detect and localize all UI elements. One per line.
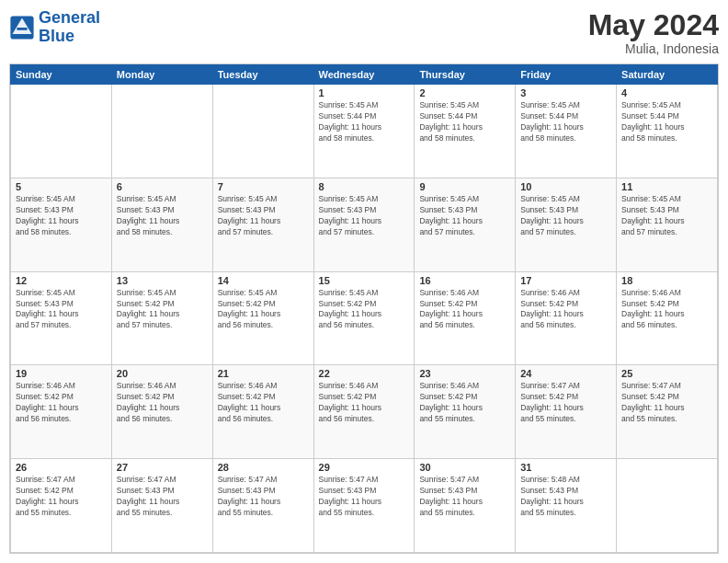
day-info: Sunrise: 5:45 AM Sunset: 5:44 PM Dayligh… bbox=[419, 100, 510, 144]
main-title: May 2024 bbox=[588, 9, 719, 41]
day-number: 27 bbox=[117, 462, 208, 473]
calendar: SundayMondayTuesdayWednesdayThursdayFrid… bbox=[9, 63, 719, 554]
page: General Blue May 2024 Mulia, Indonesia S… bbox=[0, 0, 728, 563]
calendar-week-row: 1Sunrise: 5:45 AM Sunset: 5:44 PM Daylig… bbox=[11, 85, 718, 178]
day-number: 18 bbox=[621, 275, 712, 286]
calendar-cell: 22Sunrise: 5:46 AM Sunset: 5:42 PM Dayli… bbox=[313, 365, 415, 459]
day-info: Sunrise: 5:46 AM Sunset: 5:42 PM Dayligh… bbox=[419, 381, 510, 425]
day-info: Sunrise: 5:46 AM Sunset: 5:42 PM Dayligh… bbox=[218, 381, 309, 425]
calendar-cell: 5Sunrise: 5:45 AM Sunset: 5:43 PM Daylig… bbox=[11, 178, 112, 271]
weekday-header: Wednesday bbox=[313, 65, 415, 85]
day-info: Sunrise: 5:47 AM Sunset: 5:42 PM Dayligh… bbox=[520, 381, 611, 425]
day-number: 20 bbox=[117, 368, 208, 379]
calendar-cell: 20Sunrise: 5:46 AM Sunset: 5:42 PM Dayli… bbox=[111, 365, 212, 459]
day-number: 4 bbox=[621, 87, 712, 98]
day-info: Sunrise: 5:46 AM Sunset: 5:42 PM Dayligh… bbox=[319, 381, 410, 425]
weekday-header: Thursday bbox=[415, 65, 516, 85]
day-number: 7 bbox=[218, 181, 309, 192]
day-info: Sunrise: 5:45 AM Sunset: 5:42 PM Dayligh… bbox=[319, 288, 410, 332]
day-info: Sunrise: 5:47 AM Sunset: 5:43 PM Dayligh… bbox=[117, 475, 208, 519]
weekday-header: Sunday bbox=[11, 65, 112, 85]
weekday-header: Tuesday bbox=[212, 65, 313, 85]
day-number: 15 bbox=[319, 275, 410, 286]
logo-general: General bbox=[39, 8, 100, 27]
day-number: 6 bbox=[117, 181, 208, 192]
calendar-cell: 2Sunrise: 5:45 AM Sunset: 5:44 PM Daylig… bbox=[415, 85, 516, 178]
calendar-cell: 18Sunrise: 5:46 AM Sunset: 5:42 PM Dayli… bbox=[617, 271, 718, 365]
calendar-week-row: 12Sunrise: 5:45 AM Sunset: 5:43 PM Dayli… bbox=[11, 271, 718, 365]
day-info: Sunrise: 5:47 AM Sunset: 5:43 PM Dayligh… bbox=[319, 475, 410, 519]
calendar-cell: 30Sunrise: 5:47 AM Sunset: 5:43 PM Dayli… bbox=[415, 459, 516, 553]
day-info: Sunrise: 5:45 AM Sunset: 5:43 PM Dayligh… bbox=[117, 194, 208, 238]
day-info: Sunrise: 5:46 AM Sunset: 5:42 PM Dayligh… bbox=[419, 288, 510, 332]
calendar-cell bbox=[111, 85, 212, 178]
calendar-cell: 12Sunrise: 5:45 AM Sunset: 5:43 PM Dayli… bbox=[11, 271, 112, 365]
calendar-cell: 26Sunrise: 5:47 AM Sunset: 5:42 PM Dayli… bbox=[11, 459, 112, 553]
day-number: 2 bbox=[419, 87, 510, 98]
logo: General Blue bbox=[9, 9, 100, 46]
calendar-header: SundayMondayTuesdayWednesdayThursdayFrid… bbox=[11, 65, 718, 85]
day-info: Sunrise: 5:45 AM Sunset: 5:44 PM Dayligh… bbox=[520, 100, 611, 144]
calendar-cell: 14Sunrise: 5:45 AM Sunset: 5:42 PM Dayli… bbox=[212, 271, 313, 365]
day-info: Sunrise: 5:45 AM Sunset: 5:44 PM Dayligh… bbox=[319, 100, 410, 144]
day-number: 11 bbox=[621, 181, 712, 192]
calendar-cell: 28Sunrise: 5:47 AM Sunset: 5:43 PM Dayli… bbox=[212, 459, 313, 553]
day-info: Sunrise: 5:45 AM Sunset: 5:43 PM Dayligh… bbox=[16, 288, 107, 332]
day-number: 13 bbox=[117, 275, 208, 286]
day-info: Sunrise: 5:47 AM Sunset: 5:43 PM Dayligh… bbox=[419, 475, 510, 519]
weekday-row: SundayMondayTuesdayWednesdayThursdayFrid… bbox=[11, 65, 718, 85]
calendar-cell: 1Sunrise: 5:45 AM Sunset: 5:44 PM Daylig… bbox=[313, 85, 415, 178]
day-number: 3 bbox=[520, 87, 611, 98]
day-number: 29 bbox=[319, 462, 410, 473]
calendar-cell: 16Sunrise: 5:46 AM Sunset: 5:42 PM Dayli… bbox=[415, 271, 516, 365]
calendar-cell: 10Sunrise: 5:45 AM Sunset: 5:43 PM Dayli… bbox=[516, 178, 617, 271]
day-info: Sunrise: 5:45 AM Sunset: 5:43 PM Dayligh… bbox=[520, 194, 611, 238]
day-info: Sunrise: 5:45 AM Sunset: 5:44 PM Dayligh… bbox=[621, 100, 712, 144]
day-info: Sunrise: 5:46 AM Sunset: 5:42 PM Dayligh… bbox=[16, 381, 107, 425]
calendar-week-row: 5Sunrise: 5:45 AM Sunset: 5:43 PM Daylig… bbox=[11, 178, 718, 271]
calendar-cell: 11Sunrise: 5:45 AM Sunset: 5:43 PM Dayli… bbox=[617, 178, 718, 271]
calendar-cell: 23Sunrise: 5:46 AM Sunset: 5:42 PM Dayli… bbox=[415, 365, 516, 459]
day-number: 24 bbox=[520, 368, 611, 379]
title-block: May 2024 Mulia, Indonesia bbox=[588, 9, 719, 56]
calendar-cell: 4Sunrise: 5:45 AM Sunset: 5:44 PM Daylig… bbox=[617, 85, 718, 178]
day-info: Sunrise: 5:45 AM Sunset: 5:43 PM Dayligh… bbox=[419, 194, 510, 238]
calendar-cell: 29Sunrise: 5:47 AM Sunset: 5:43 PM Dayli… bbox=[313, 459, 415, 553]
logo-icon bbox=[9, 15, 35, 40]
day-number: 17 bbox=[520, 275, 611, 286]
day-info: Sunrise: 5:47 AM Sunset: 5:42 PM Dayligh… bbox=[16, 475, 107, 519]
day-number: 1 bbox=[319, 87, 410, 98]
calendar-cell bbox=[212, 85, 313, 178]
day-info: Sunrise: 5:45 AM Sunset: 5:42 PM Dayligh… bbox=[218, 288, 309, 332]
day-info: Sunrise: 5:46 AM Sunset: 5:42 PM Dayligh… bbox=[117, 381, 208, 425]
logo-text: General Blue bbox=[39, 9, 100, 46]
calendar-cell: 19Sunrise: 5:46 AM Sunset: 5:42 PM Dayli… bbox=[11, 365, 112, 459]
day-info: Sunrise: 5:48 AM Sunset: 5:43 PM Dayligh… bbox=[520, 475, 611, 519]
day-number: 31 bbox=[520, 462, 611, 473]
day-info: Sunrise: 5:45 AM Sunset: 5:43 PM Dayligh… bbox=[319, 194, 410, 238]
calendar-cell bbox=[617, 459, 718, 553]
day-info: Sunrise: 5:46 AM Sunset: 5:42 PM Dayligh… bbox=[520, 288, 611, 332]
calendar-cell bbox=[11, 85, 112, 178]
calendar-cell: 27Sunrise: 5:47 AM Sunset: 5:43 PM Dayli… bbox=[111, 459, 212, 553]
day-number: 8 bbox=[319, 181, 410, 192]
calendar-cell: 9Sunrise: 5:45 AM Sunset: 5:43 PM Daylig… bbox=[415, 178, 516, 271]
calendar-cell: 8Sunrise: 5:45 AM Sunset: 5:43 PM Daylig… bbox=[313, 178, 415, 271]
calendar-cell: 24Sunrise: 5:47 AM Sunset: 5:42 PM Dayli… bbox=[516, 365, 617, 459]
day-number: 10 bbox=[520, 181, 611, 192]
weekday-header: Saturday bbox=[617, 65, 718, 85]
calendar-week-row: 19Sunrise: 5:46 AM Sunset: 5:42 PM Dayli… bbox=[11, 365, 718, 459]
day-info: Sunrise: 5:45 AM Sunset: 5:43 PM Dayligh… bbox=[16, 194, 107, 238]
day-number: 9 bbox=[419, 181, 510, 192]
day-number: 22 bbox=[319, 368, 410, 379]
calendar-cell: 21Sunrise: 5:46 AM Sunset: 5:42 PM Dayli… bbox=[212, 365, 313, 459]
header: General Blue May 2024 Mulia, Indonesia bbox=[9, 9, 719, 56]
day-number: 5 bbox=[16, 181, 107, 192]
day-number: 28 bbox=[218, 462, 309, 473]
calendar-body: 1Sunrise: 5:45 AM Sunset: 5:44 PM Daylig… bbox=[11, 85, 718, 553]
subtitle: Mulia, Indonesia bbox=[588, 41, 719, 56]
day-number: 21 bbox=[218, 368, 309, 379]
day-number: 12 bbox=[16, 275, 107, 286]
day-info: Sunrise: 5:47 AM Sunset: 5:42 PM Dayligh… bbox=[621, 381, 712, 425]
day-info: Sunrise: 5:45 AM Sunset: 5:43 PM Dayligh… bbox=[621, 194, 712, 238]
